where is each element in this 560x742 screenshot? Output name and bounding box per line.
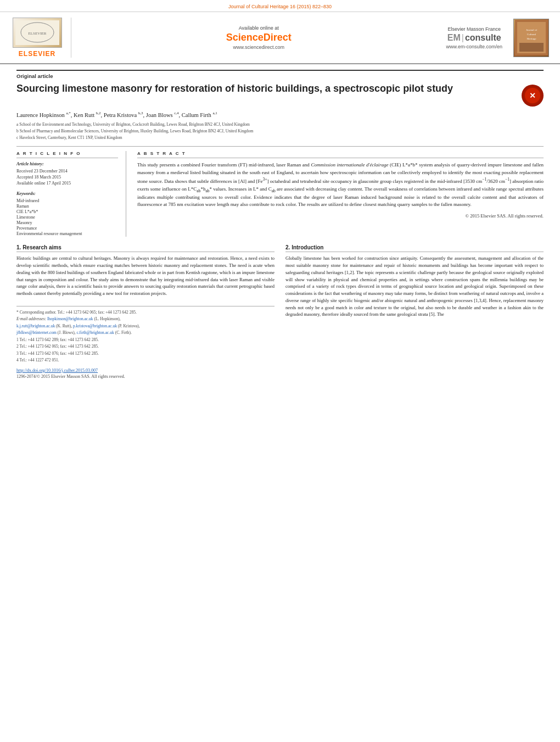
elsevier-logo: ELSEVIER ELSEVIER [11, 18, 71, 58]
keyword-2: Raman [16, 204, 118, 209]
article-info-header: A R T I C L E I N F O [16, 151, 118, 158]
footnotes-section: * Corresponding author. Tel.: +44 1273 6… [16, 306, 275, 364]
history-label: Article history: [16, 161, 118, 166]
available-online-date: Available online 17 April 2015 [16, 181, 118, 186]
section-2-text: Globally limestone has been worked for c… [285, 255, 544, 318]
svg-text:ELSEVIER: ELSEVIER [28, 31, 46, 36]
elsevier-label: ELSEVIER [19, 50, 55, 58]
keyword-4: Limestone [16, 215, 118, 220]
abstract-column: A B S T R A C T This study presents a co… [137, 151, 544, 237]
footnote-2: 2 Tel.: +44 1273 642 065; fax: +44 1273 … [16, 344, 275, 350]
footnote-1: 1 Tel.: +44 1273 642 289; fax: +44 1273 … [16, 337, 275, 343]
body-content: 1. Research aims Historic buildings are … [16, 244, 544, 379]
main-content: Original article Sourcing limestone maso… [0, 64, 560, 384]
em-consulte-url: www.em-consulte.com/en [446, 44, 502, 49]
keyword-6: Provenance [16, 226, 118, 231]
keyword-7: Environmental resource management [16, 231, 118, 236]
article-info-abstract: A R T I C L E I N F O Article history: R… [16, 146, 544, 237]
affiliations-section: a School of the Environment and Technolo… [16, 121, 544, 141]
footnote-corresponding: * Corresponding author. Tel.: +44 1273 6… [16, 310, 275, 316]
email-hopkinson[interactable]: lhopkinson@brighton.ac.uk [47, 316, 93, 321]
available-online-text: Available online at [239, 25, 279, 31]
email-rutt[interactable]: k.j.rutt@brighton.ac.uk [16, 323, 55, 328]
accepted-date: Accepted 18 March 2015 [16, 175, 118, 180]
footnote-email-2: k.j.rutt@brighton.ac.uk (K. Rutt), p.kri… [16, 323, 275, 330]
section-1-title: 1. Research aims [16, 244, 275, 252]
article-title: Sourcing limestone masonry for restorati… [16, 82, 516, 95]
footnote-email: E-mail addresses: lhopkinson@brighton.ac… [16, 316, 275, 322]
email-firth[interactable]: c.firth@brighton.ac.uk [76, 330, 114, 335]
rights-line: 1296-2074/© 2015 Elsevier Masson SAS. Al… [16, 374, 275, 379]
received-date: Received 23 December 2014 [16, 169, 118, 174]
publisher-header: ELSEVIER ELSEVIER Available online at Sc… [0, 12, 560, 64]
section-2-column: 2. Introduction Globally limestone has b… [285, 244, 544, 379]
keyword-1: Mid-infrared [16, 198, 118, 203]
em-consulte-section: Elsevier Masson France EM|consulte www.e… [446, 26, 502, 49]
sciencedirect-brand[interactable]: ScienceDirect [226, 32, 292, 43]
svg-text:Journal of: Journal of [525, 29, 536, 31]
svg-text:Heritage: Heritage [527, 37, 536, 40]
top-bar: Journal of Cultural Heritage 16 (2015) 8… [0, 0, 560, 12]
abstract-header: A B S T R A C T [137, 151, 544, 158]
footnote-4: 4 Tel.: +44 1227 472 051. [16, 358, 275, 364]
footnote-3: 3 Tel.: +44 1273 642 076; fax: +44 1273 … [16, 351, 275, 357]
article-title-section: Sourcing limestone masonry for restorati… [16, 82, 544, 107]
section-2-title: 2. Introduction [285, 244, 544, 252]
email-kristova[interactable]: p.kristova@brighton.ac.uk [73, 323, 117, 328]
doi-link[interactable]: http://dx.doi.org/10.1016/j.culher.2015.… [16, 368, 275, 373]
svg-text:Cultural: Cultural [527, 33, 536, 36]
em-consulte-brand: EM|consulte [447, 33, 501, 43]
svg-rect-8 [519, 43, 544, 52]
footnote-email-3: jfblkws@btinternet.com (J. Blows), c.fir… [16, 330, 275, 336]
keyword-3: CIE L*a*b* [16, 209, 118, 214]
svg-text:✕: ✕ [529, 91, 536, 100]
authors-line: Laurence Hopkinson a,*, Ken Rutt b,2, Pe… [16, 111, 544, 118]
copyright-notice: © 2015 Elsevier SAS. All rights reserved… [137, 213, 544, 219]
sciencedirect-url: www.sciencedirect.com [233, 44, 284, 50]
journal-cover-image: Journal of Cultural Heritage [513, 19, 549, 57]
section-1-column: 1. Research aims Historic buildings are … [16, 244, 275, 379]
affiliation-a: a School of the Environment and Technolo… [16, 121, 544, 127]
abstract-text: This study presents a combined Fourier t… [137, 161, 544, 209]
email-blows[interactable]: jfblkws@btinternet.com [16, 330, 57, 335]
section-1-text: Historic buildings are central to cultur… [16, 255, 275, 297]
article-info-column: A R T I C L E I N F O Article history: R… [16, 151, 126, 237]
crossmark-badge[interactable]: ✕ [522, 85, 544, 107]
sciencedirect-section: Available online at ScienceDirect www.sc… [77, 25, 440, 50]
article-type-label: Original article [16, 70, 544, 79]
keywords-label: Keywords: [16, 191, 118, 196]
elsevier-logo-image: ELSEVIER [13, 18, 62, 48]
affiliation-b: b School of Pharmacy and Biomolecular Sc… [16, 128, 544, 134]
affiliation-c: c Havelock Street, Canterbury, Kent CT1 … [16, 135, 544, 141]
elsevier-masson-label: Elsevier Masson France [447, 26, 501, 32]
journal-title: Journal of Cultural Heritage 16 (2015) 8… [228, 4, 332, 9]
keyword-5: Masonry [16, 220, 118, 225]
